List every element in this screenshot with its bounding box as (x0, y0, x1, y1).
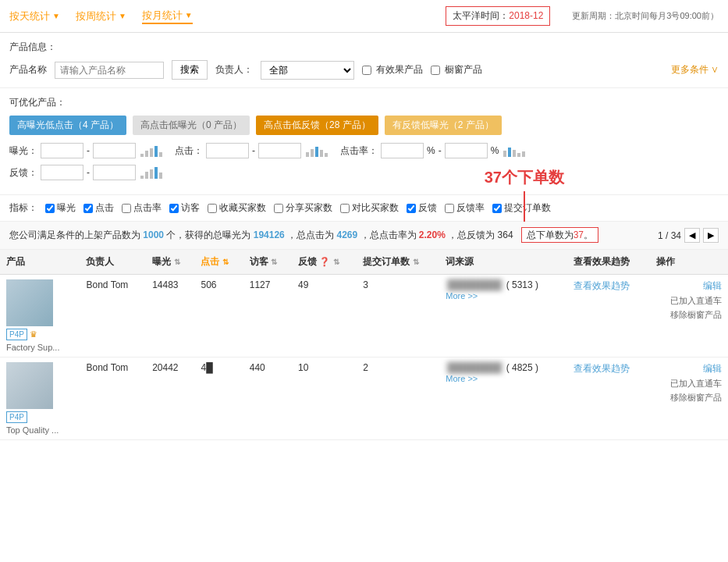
feedback-to-input[interactable] (93, 165, 136, 180)
sort-exposure-icon[interactable]: ⇅ (174, 258, 180, 266)
sort-orders-icon[interactable]: ⇅ (413, 258, 419, 266)
click-to-input[interactable] (258, 143, 301, 158)
product-thumb-2 (6, 362, 53, 409)
ctr-label: 点击率： (340, 144, 378, 158)
prev-page-button[interactable]: ◀ (684, 228, 700, 243)
word-source-blurred-2: ████████ (446, 361, 503, 374)
chevron-down-icon: ▼ (185, 11, 193, 20)
exposure-to-input[interactable] (93, 143, 136, 158)
indicator-orders-checkbox[interactable] (492, 204, 502, 213)
ctr-mini-chart-icon (502, 143, 525, 158)
nav-weekly[interactable]: 按周统计 ▼ (76, 9, 126, 23)
product-info-1: P4P ♛ Factory Sup... (6, 279, 73, 352)
svg-rect-9 (325, 153, 328, 157)
opt-tag-high-exposure-low-click[interactable]: 高曝光低点击（4 产品） (9, 116, 126, 135)
effect-product-checkbox[interactable] (362, 66, 371, 75)
edit-link-2[interactable]: 编辑 (703, 362, 722, 375)
added-label-2: 已加入直通车 (670, 378, 722, 389)
next-page-button[interactable]: ▶ (703, 228, 719, 243)
indicator-visitor-checkbox[interactable] (169, 204, 179, 213)
owner-select[interactable]: 全部 (261, 61, 354, 80)
svg-rect-14 (522, 151, 525, 157)
indicator-feedback-rate[interactable]: 反馈率 (445, 201, 485, 215)
indicator-share[interactable]: 分享买家数 (274, 201, 332, 215)
exposure-label: 曝光： (9, 144, 37, 158)
svg-rect-12 (513, 150, 516, 157)
svg-rect-1 (145, 151, 148, 157)
clicks-cell-1: 506 (194, 275, 243, 357)
more-conditions-link[interactable]: 更多条件 ∨ (671, 63, 719, 76)
nav-daily[interactable]: 按天统计 ▼ (9, 9, 60, 23)
indicators-section: 指标： 曝光 点击 点击率 访客 收藏买家数 分享买家数 对比买家数 反馈 反馈… (0, 195, 728, 222)
page-info: 1 / 34 ◀ ▶ (658, 228, 719, 243)
owner-cell-2: Bond Tom (80, 357, 146, 440)
indicator-feedback[interactable]: 反馈 (407, 201, 437, 215)
search-button[interactable]: 搜索 (172, 60, 208, 80)
sort-visitors-icon[interactable]: ⇅ (271, 258, 277, 266)
indicator-feedback-rate-checkbox[interactable] (445, 204, 454, 213)
nav-monthly[interactable]: 按月统计 ▼ (142, 9, 193, 24)
indicator-ctr[interactable]: 点击率 (122, 201, 162, 215)
exposure-mini-chart-icon (139, 143, 162, 158)
owner-label: 负责人： (215, 63, 253, 76)
ctr-to-input[interactable] (445, 143, 488, 158)
word-source-info-2: ████████ ( 4825 ) More >> (446, 362, 560, 384)
indicator-ctr-checkbox[interactable] (122, 204, 131, 213)
product-cell-2: P4P Top Quality ... (0, 357, 80, 440)
indicator-compare[interactable]: 对比买家数 (340, 201, 399, 215)
metric-row-1: 曝光： - 点击： - (9, 143, 719, 158)
product-name-input[interactable] (55, 62, 164, 79)
opt-tag-high-click-low-exposure[interactable]: 高点击低曝光（0 产品） (133, 116, 250, 135)
indicator-exposure[interactable]: 曝光 (45, 201, 76, 215)
indicator-exposure-checkbox[interactable] (45, 204, 55, 213)
edit-link-1[interactable]: 编辑 (703, 279, 722, 293)
product-filter-row: 产品名称 搜索 负责人： 全部 有效果产品 橱窗产品 更多条件 ∨ (9, 60, 719, 80)
more-link-2[interactable]: More >> (446, 374, 478, 383)
chevron-down-icon: ▼ (52, 12, 60, 20)
trend-link-2[interactable]: 查看效果趋势 (574, 363, 630, 374)
window-product-checkbox[interactable] (431, 66, 440, 75)
indicator-favorite-checkbox[interactable] (208, 204, 217, 213)
opt-tag-high-click-low-feedback[interactable]: 高点击低反馈（28 产品） (256, 116, 378, 135)
action-links-2: 编辑 已加入直通车 移除橱窗产品 (656, 362, 722, 404)
indicator-compare-checkbox[interactable] (340, 204, 350, 213)
feedback-label: 反馈： (9, 166, 37, 180)
col-orders: 提交订单数 ⇅ (357, 250, 439, 275)
indicator-click[interactable]: 点击 (83, 201, 114, 215)
ctr-from-input[interactable] (381, 143, 424, 158)
click-from-input[interactable] (206, 143, 249, 158)
visitors-cell-2: 440 (243, 357, 292, 440)
col-visitors: 访客 ⇅ (243, 250, 292, 275)
clicks-cell-2: 4█ (194, 357, 243, 440)
product-image-1 (6, 279, 53, 326)
indicator-visitor[interactable]: 访客 (169, 201, 200, 215)
remove-window-link-2[interactable]: 移除橱窗产品 (670, 392, 722, 404)
word-source-cell-2: ████████ ( 4825 ) More >> (439, 357, 566, 440)
window-product-label: 橱窗产品 (445, 63, 482, 76)
sort-clicks-icon[interactable]: ⇅ (222, 258, 229, 266)
col-trend: 查看效果趋势 (567, 250, 651, 275)
product-cell-1: P4P ♛ Factory Sup... (0, 275, 80, 357)
indicator-share-checkbox[interactable] (274, 204, 283, 213)
word-source-blurred-1: ████████ (446, 279, 503, 291)
more-link-1[interactable]: More >> (446, 291, 478, 301)
col-owner: 负责人 (80, 250, 146, 275)
svg-rect-13 (517, 153, 520, 157)
col-feedback: 反馈 ❓ ⇅ (292, 250, 357, 275)
feedback-tip-icon[interactable]: ❓ (319, 257, 330, 266)
indicator-click-checkbox[interactable] (83, 204, 93, 213)
sort-feedback-icon[interactable]: ⇅ (333, 258, 339, 266)
opt-tag-feedback-low-exposure[interactable]: 有反馈低曝光（2 产品） (385, 116, 502, 135)
exposure-from-input[interactable] (41, 143, 83, 158)
col-product: 产品 (0, 250, 80, 275)
indicator-feedback-checkbox[interactable] (407, 204, 416, 213)
indicator-favorite[interactable]: 收藏买家数 (208, 201, 266, 215)
svg-rect-11 (508, 148, 511, 157)
table-row: P4P ♛ Factory Sup... Bond Tom 14483 506 … (0, 275, 728, 357)
trend-link-1[interactable]: 查看效果趋势 (574, 280, 630, 291)
indicator-orders[interactable]: 提交订单数 (492, 201, 551, 215)
remove-window-link-1[interactable]: 移除橱窗产品 (670, 309, 722, 321)
feedback-from-input[interactable] (41, 165, 83, 180)
product-badge-2: P4P (6, 411, 73, 423)
feedback-mini-chart-icon (139, 165, 162, 180)
